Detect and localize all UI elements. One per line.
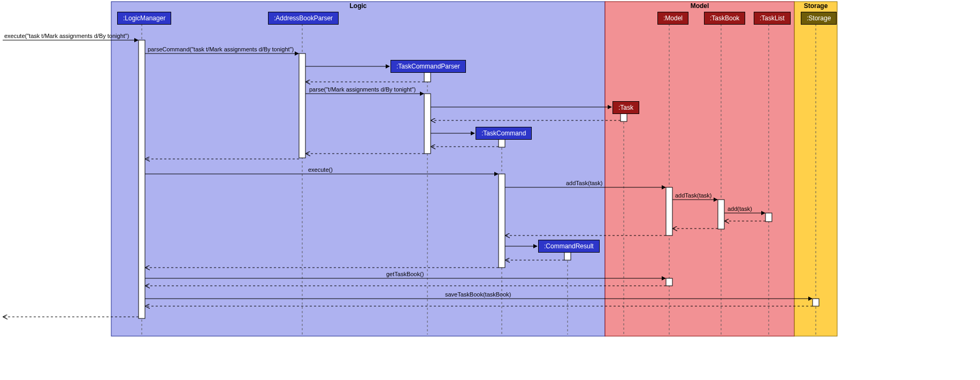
svg-rect-25 <box>813 299 819 306</box>
svg-rect-24 <box>666 278 672 286</box>
svg-rect-19 <box>499 174 505 268</box>
lifeline-task-list: :TaskList <box>754 12 791 25</box>
lifeline-task-command-parser: :TaskCommandParser <box>391 60 466 73</box>
msg-execute2: execute() <box>308 166 333 173</box>
svg-rect-17 <box>621 113 627 121</box>
lifeline-task: :Task <box>612 101 639 114</box>
lifeline-command-result: :CommandResult <box>538 240 600 253</box>
svg-rect-1 <box>605 2 794 336</box>
msg-add-task-model: addTask(task) <box>566 180 602 186</box>
lifeline-logic-manager: :LogicManager <box>117 12 171 25</box>
lifeline-storage: :Storage <box>801 12 837 25</box>
svg-rect-21 <box>718 200 724 229</box>
lifeline-address-book-parser: :AddressBookParser <box>268 12 339 25</box>
msg-add-list: add(task) <box>728 206 752 212</box>
region-title-storage: Storage <box>794 2 837 10</box>
svg-rect-23 <box>564 252 571 260</box>
lifeline-task-book: :TaskBook <box>704 12 745 25</box>
svg-rect-18 <box>499 139 505 147</box>
svg-rect-14 <box>299 54 305 158</box>
msg-add-task-book: addTask(task) <box>675 192 711 199</box>
region-title-model: Model <box>605 2 794 10</box>
svg-rect-15 <box>424 72 431 82</box>
svg-rect-22 <box>765 213 772 222</box>
msg-get-task-book: getTaskBook() <box>386 271 424 277</box>
lifeline-model: :Model <box>657 12 688 25</box>
svg-rect-20 <box>666 187 672 235</box>
msg-execute-in: execute("task t/Mark assignments d/By to… <box>4 33 129 39</box>
msg-save-task-book: saveTaskBook(taskBook) <box>445 291 511 298</box>
svg-rect-16 <box>424 94 431 154</box>
lifeline-task-command: :TaskCommand <box>476 127 532 140</box>
sequence-diagram-svg <box>0 0 980 380</box>
svg-rect-13 <box>139 40 145 318</box>
msg-parse-command: parseCommand("task t/Mark assignments d/… <box>148 46 294 52</box>
region-title-logic: Logic <box>111 2 605 10</box>
msg-parse: parse("t/Mark assignments d/By tonight") <box>309 86 416 93</box>
